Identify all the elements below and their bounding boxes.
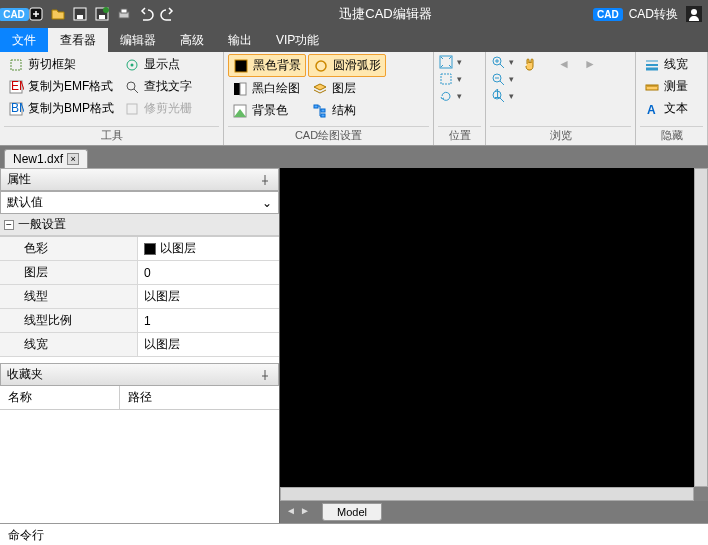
- rotate-button[interactable]: ▾: [438, 88, 464, 104]
- measure-button[interactable]: 测量: [640, 76, 692, 97]
- app-icon[interactable]: CAD: [4, 4, 24, 24]
- blackbg-icon: [233, 58, 249, 74]
- drawing-canvas[interactable]: [280, 168, 694, 487]
- copy-emf-button[interactable]: EMF复制为EMF格式: [4, 76, 118, 97]
- properties-title: 属性: [7, 171, 31, 188]
- group-title-pos: 位置: [438, 126, 481, 145]
- scrollbar-horizontal[interactable]: [280, 487, 694, 501]
- bgcolor-icon: [232, 103, 248, 119]
- svg-rect-21: [240, 83, 246, 95]
- prop-row[interactable]: 色彩以图层: [0, 237, 279, 261]
- chevron-down-icon[interactable]: ▾: [454, 91, 464, 101]
- nav-right-button: ►: [578, 54, 602, 74]
- svg-rect-18: [127, 104, 137, 114]
- ribbon-group-position: ▾ ▾ ▾ 位置: [434, 52, 486, 145]
- svg-text:BMP: BMP: [11, 101, 24, 115]
- scrollbar-vertical[interactable]: [694, 168, 708, 487]
- model-tab[interactable]: Model: [322, 503, 382, 521]
- app-title: 迅捷CAD编辑器: [178, 5, 593, 23]
- tab-viewer[interactable]: 查看器: [48, 28, 108, 52]
- chevron-down-icon[interactable]: ▾: [506, 57, 516, 67]
- black-bg-toggle[interactable]: 黑色背景: [228, 54, 306, 77]
- svg-rect-4: [99, 15, 105, 19]
- prop-row[interactable]: 线型比例1: [0, 309, 279, 333]
- pan-button[interactable]: [518, 54, 542, 74]
- saveas-icon[interactable]: [92, 4, 112, 24]
- prop-row[interactable]: 线宽以图层: [0, 333, 279, 357]
- redo-icon[interactable]: [158, 4, 178, 24]
- tab-advanced[interactable]: 高级: [168, 28, 216, 52]
- favorites-header[interactable]: 收藏夹: [0, 363, 279, 386]
- show-point-button[interactable]: 显示点: [120, 54, 196, 75]
- zoom-out-button[interactable]: ▾: [490, 71, 516, 87]
- chevron-down-icon[interactable]: ▾: [506, 91, 516, 101]
- cad-convert-label[interactable]: CAD转换: [629, 6, 678, 23]
- pin-icon[interactable]: [258, 173, 272, 187]
- trim-icon: [124, 101, 140, 117]
- cad-badge[interactable]: CAD: [593, 8, 623, 21]
- favorites-title: 收藏夹: [7, 366, 43, 383]
- tab-nav-left-icon[interactable]: ◄: [284, 505, 298, 519]
- layer-button[interactable]: 图层: [308, 78, 386, 99]
- text-icon: A: [644, 101, 660, 117]
- structure-button[interactable]: 结构: [308, 100, 386, 121]
- extent-button[interactable]: ▾: [438, 71, 464, 87]
- point-icon: [124, 57, 140, 73]
- lineweight-button[interactable]: 线宽: [640, 54, 692, 75]
- ribbon-group-browse: ▾ ▾ 1▾ ◄ ► 浏览: [486, 52, 636, 145]
- fav-col-path[interactable]: 路径: [120, 386, 160, 409]
- svg-rect-19: [235, 60, 247, 72]
- props-section[interactable]: − 一般设置: [0, 214, 279, 236]
- find-text-button[interactable]: 查找文字: [120, 76, 196, 97]
- trim-hatch-button: 修剪光栅: [120, 98, 196, 119]
- new-icon[interactable]: [26, 4, 46, 24]
- bgcolor-button[interactable]: 背景色: [228, 100, 306, 121]
- bw-draw-button[interactable]: 黑白绘图: [228, 78, 306, 99]
- props-section-label: 一般设置: [18, 216, 66, 233]
- document-tab[interactable]: New1.dxf ×: [4, 149, 88, 168]
- tab-editor[interactable]: 编辑器: [108, 28, 168, 52]
- color-swatch[interactable]: [144, 243, 156, 255]
- svg-rect-10: [11, 60, 21, 70]
- group-title-tools: 工具: [4, 126, 219, 145]
- print-icon[interactable]: [114, 4, 134, 24]
- user-icon[interactable]: [684, 4, 704, 24]
- fit-button[interactable]: ▾: [438, 54, 464, 70]
- ruler-icon: [644, 79, 660, 95]
- svg-text:A: A: [647, 103, 656, 117]
- svg-rect-26: [321, 114, 325, 117]
- svg-point-23: [316, 61, 326, 71]
- copy-bmp-button[interactable]: BMP复制为BMP格式: [4, 98, 118, 119]
- close-icon[interactable]: ×: [67, 153, 79, 165]
- zoom-reset-button[interactable]: 1▾: [490, 88, 516, 104]
- chevron-down-icon[interactable]: ▾: [454, 74, 464, 84]
- quick-access-toolbar: CAD: [4, 4, 178, 24]
- chevron-down-icon[interactable]: ▾: [454, 57, 464, 67]
- undo-icon[interactable]: [136, 4, 156, 24]
- fav-col-name[interactable]: 名称: [0, 386, 120, 409]
- favorites-list[interactable]: [0, 410, 279, 523]
- collapse-icon[interactable]: −: [4, 220, 14, 230]
- tab-vip[interactable]: VIP功能: [264, 28, 331, 52]
- prop-row[interactable]: 图层0: [0, 261, 279, 285]
- open-icon[interactable]: [48, 4, 68, 24]
- default-combo[interactable]: 默认值 ⌄: [0, 191, 279, 214]
- crop-frame-button[interactable]: 剪切框架: [4, 54, 118, 75]
- tab-output[interactable]: 输出: [216, 28, 264, 52]
- pin-icon[interactable]: [258, 368, 272, 382]
- smooth-arc-toggle[interactable]: 圆滑弧形: [308, 54, 386, 77]
- command-line[interactable]: 命令行: [0, 523, 708, 545]
- tab-nav-right-icon[interactable]: ►: [298, 505, 312, 519]
- properties-grid: 色彩以图层 图层0 线型以图层 线型比例1 线宽以图层: [0, 236, 279, 357]
- arrow-right-icon: ►: [582, 56, 598, 72]
- properties-header[interactable]: 属性: [0, 168, 279, 191]
- svg-rect-7: [121, 9, 127, 13]
- prop-row[interactable]: 线型以图层: [0, 285, 279, 309]
- svg-rect-25: [321, 109, 325, 112]
- text-button[interactable]: A文本: [640, 98, 692, 119]
- save-icon[interactable]: [70, 4, 90, 24]
- zoom-in-button[interactable]: ▾: [490, 54, 516, 70]
- chevron-down-icon[interactable]: ▾: [506, 74, 516, 84]
- tab-file[interactable]: 文件: [0, 28, 48, 52]
- hand-icon: [522, 56, 538, 72]
